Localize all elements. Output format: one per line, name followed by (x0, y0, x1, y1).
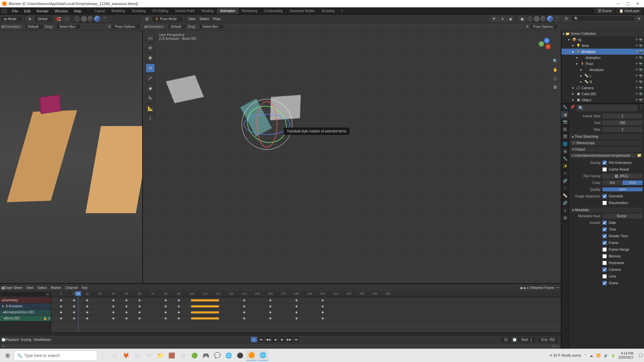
color-bw-toggle[interactable]: BW (602, 180, 623, 185)
editor-type-icon[interactable]: ⊞ (143, 16, 151, 22)
playback-menu[interactable]: Playback (5, 338, 21, 342)
channel-search[interactable] (1, 293, 46, 296)
channel-summary[interactable]: ▸ Summary (0, 297, 51, 303)
cursor-tool[interactable]: ✛ (146, 43, 155, 53)
start-frame-field[interactable]: Start 1 (518, 338, 535, 342)
timeline-marker-menu[interactable]: Marker (41, 338, 51, 342)
annotate-tool[interactable]: ✎ (146, 94, 155, 103)
keyframe[interactable] (86, 317, 89, 319)
rendered-shading-icon-r[interactable] (547, 16, 553, 22)
spotify-icon[interactable]: 🟢 (189, 350, 200, 361)
keyframe[interactable] (138, 311, 141, 313)
tab-geometry-nodes[interactable]: Geometry Nodes (286, 8, 318, 14)
tab-uv-editing[interactable]: UV Editing (149, 8, 171, 14)
outliner-item[interactable]: ▸▣Cube.002👁📷 (561, 91, 644, 97)
keyframe[interactable] (138, 317, 141, 319)
keyframe[interactable] (269, 311, 272, 313)
cache-result-checkbox[interactable] (602, 167, 607, 172)
prop-tab-particle[interactable]: ✨ (561, 163, 569, 170)
weather-widget[interactable]: ☀ 61°F Mostly sunny (549, 354, 581, 357)
include-frame-checkbox[interactable] (602, 241, 607, 245)
tab-shading[interactable]: Shading (198, 8, 217, 14)
outliner-root[interactable]: ▾ 📁 Scene Collection (561, 31, 644, 37)
navigation-gizmo[interactable]: Y Z X (532, 35, 551, 53)
keyframe[interactable] (60, 299, 62, 301)
camera-viewport[interactable] (0, 31, 143, 283)
timeline-editor-icon[interactable]: 🕐 (1, 338, 5, 342)
overlay-toggle[interactable]: ◉ (507, 16, 515, 22)
visibility-icon[interactable]: 👁 (490, 16, 498, 22)
mirror-x-button-r[interactable]: X (526, 25, 529, 28)
scale-tool[interactable]: ⤢ (146, 73, 155, 83)
prop-tab-physics[interactable]: ⚛ (561, 170, 569, 177)
overwrite-checkbox[interactable] (602, 194, 607, 198)
msstore-icon[interactable]: 🛍 (132, 350, 143, 361)
prop-tab-modifier[interactable]: 🔧 (561, 155, 569, 163)
keyframe[interactable] (321, 317, 324, 319)
outliner-item[interactable]: ▸🦴R👁📷 (561, 79, 644, 85)
keyframe[interactable] (60, 311, 62, 313)
channel-action[interactable]: ▾ ArmatureAction.001 (0, 309, 51, 315)
keyframe[interactable] (295, 305, 298, 307)
keyframe[interactable] (243, 311, 246, 313)
keyframe[interactable] (177, 305, 180, 307)
output-path-field[interactable]: C:\Users\larson\Desktop\new thing\reloas… (570, 153, 635, 158)
keyframe[interactable] (86, 305, 89, 307)
pivot-icon[interactable]: ⊕ (26, 16, 34, 22)
taskbar-search[interactable]: 🔍 Type here to search (14, 351, 97, 361)
outliner-editor-icon[interactable]: ☰ (562, 16, 570, 21)
dopesheet-track-row[interactable] (51, 297, 561, 303)
outliner-item[interactable]: ▸💡Area👁📷 (561, 43, 644, 49)
playhead-handle[interactable]: 13 (75, 291, 81, 296)
pose-options-left[interactable]: Pose Options (112, 24, 140, 29)
dope-marker-menu[interactable]: Marker (49, 285, 63, 290)
include-camera-checkbox[interactable] (602, 267, 607, 272)
prop-pin-icon[interactable]: 📌 (570, 105, 575, 111)
material-shading-icon[interactable] (88, 16, 94, 22)
keyframe[interactable] (112, 311, 115, 313)
viewlayer-selector[interactable]: 📋 ViewLayer (616, 8, 643, 13)
tab-animation[interactable]: Animation (217, 8, 238, 14)
minecraft-icon[interactable]: 🟫 (166, 350, 177, 361)
xbox-icon[interactable]: 🎮 (201, 350, 211, 361)
quality-slider[interactable]: 100% (602, 187, 643, 191)
prop-tab-object[interactable]: ▣ (561, 148, 569, 155)
dope-filter-2[interactable]: ◈ (523, 286, 526, 290)
wireframe-shading-icon[interactable] (74, 16, 80, 22)
dope-filter-icon[interactable]: ▽ (529, 286, 532, 290)
dope-select-menu[interactable]: Select (36, 285, 49, 290)
keyframe[interactable] (164, 311, 167, 313)
keyframe[interactable] (295, 311, 298, 313)
tab-sculpting[interactable]: Sculpting (128, 8, 149, 14)
color-rgb-toggle[interactable]: RGB (623, 180, 643, 185)
outliner-search[interactable]: 🔍 (571, 16, 635, 21)
jump-next-key-button[interactable]: ▶▶ (286, 337, 292, 342)
rotation-gizmo[interactable] (237, 94, 297, 155)
drag-value-right[interactable]: Select Box (199, 24, 223, 29)
keyframe[interactable] (112, 299, 115, 301)
scene-selector[interactable]: 🎬 Scene (594, 8, 615, 13)
prop-tab-viewlayer[interactable]: 🖼 (561, 126, 569, 133)
frame-start-field[interactable]: 1 (602, 114, 643, 119)
extrude-tool[interactable]: ↕ (146, 114, 155, 123)
keyframe[interactable] (321, 305, 324, 307)
keyframe[interactable] (243, 299, 246, 301)
include-frame-range-checkbox[interactable] (602, 247, 607, 252)
pan-icon[interactable]: ✋ (551, 66, 559, 73)
solid-shading-icon[interactable] (81, 16, 87, 22)
frame-end-field[interactable]: 250 (602, 120, 643, 125)
keyframe[interactable] (164, 299, 167, 301)
blender-taskbar-icon[interactable]: 🟠 (246, 350, 257, 361)
keyframe[interactable] (295, 299, 298, 301)
mirror-x-button[interactable]: X (108, 25, 111, 28)
include-render-time-checkbox[interactable] (602, 234, 607, 238)
tab-layout[interactable]: Layout (92, 8, 108, 14)
tray-chevron-icon[interactable]: ˄ (585, 354, 586, 357)
maximize-button[interactable]: ▢ (626, 1, 630, 6)
include-time-checkbox[interactable] (602, 227, 607, 232)
orientation-value-right[interactable]: Default (168, 24, 186, 29)
keyframe[interactable] (125, 299, 128, 301)
tab-texture-paint[interactable]: Texture Paint (172, 8, 198, 14)
outliner-item[interactable]: ▸▣Object👁📷 (561, 97, 644, 103)
material-shading-icon-r[interactable] (540, 16, 546, 22)
